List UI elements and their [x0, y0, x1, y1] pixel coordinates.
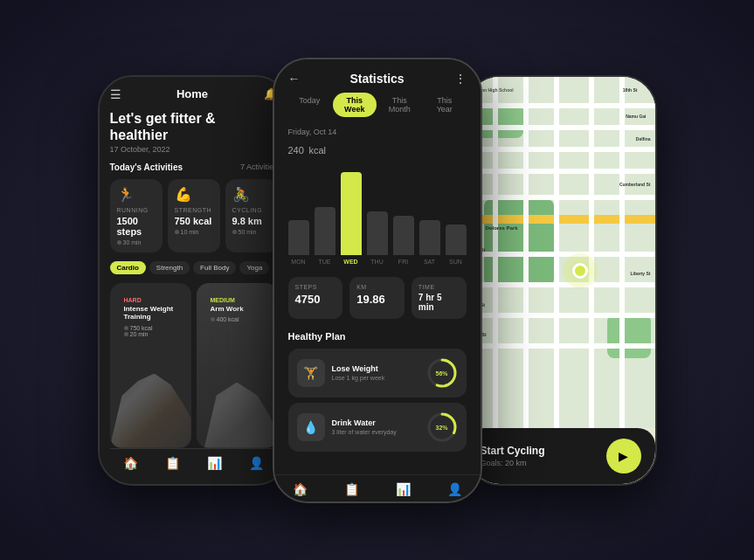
workout-cards: HARD Intense Weight Training 750 kcal 20… — [110, 283, 278, 448]
stats-title: Statistics — [349, 72, 404, 86]
plan-sub-water: 3 liter of water everyday — [332, 429, 419, 435]
tab-today[interactable]: Today — [288, 93, 332, 117]
metric-steps: STEPS 4750 — [288, 277, 343, 319]
activities-grid: 🏃 RUNNING 1500 steps 30 min 💪 STRENGTH 7… — [110, 179, 278, 252]
bar-chart: MON TUE WED THU — [288, 169, 467, 265]
tab-this-month[interactable]: This Month — [378, 93, 422, 117]
strength-kcal: 750 kcal — [175, 216, 213, 226]
left-nav: 🏠 📋 📊 👤 — [110, 448, 278, 474]
lower-park — [607, 315, 651, 358]
strength-icon: 💪 — [175, 186, 213, 203]
road-v2 — [523, 77, 529, 428]
difficulty-medium: MEDIUM — [211, 297, 264, 303]
tab-strength[interactable]: Strength — [149, 261, 190, 274]
strength-time: 10 min — [175, 229, 213, 235]
app-scene: ☰ Home 🔔 Let's get fitter & healthier 17… — [0, 0, 754, 560]
nav-home[interactable]: 🏠 — [123, 456, 138, 470]
progress-text-water: 32% — [435, 424, 447, 430]
center-nav-home[interactable]: 🏠 — [293, 482, 308, 496]
nav-workouts[interactable]: 📋 — [165, 456, 180, 470]
progress-text-weight: 56% — [435, 370, 447, 376]
center-nav-profile[interactable]: 👤 — [447, 482, 462, 496]
activity-running: 🏃 RUNNING 1500 steps 30 min — [110, 179, 163, 252]
road-v4 — [589, 77, 594, 428]
filter-tabs: Cardio Strength Full Body Yoga Me — [110, 261, 278, 274]
menu-icon[interactable]: ☰ — [110, 87, 121, 101]
road-v3 — [554, 77, 559, 428]
bar-fri: FRI — [393, 169, 414, 265]
metric-time: TIME 7 hr 5 min — [412, 277, 467, 319]
running-type: RUNNING — [117, 207, 156, 213]
center-nav-stats[interactable]: 📊 — [396, 482, 411, 496]
road-v1 — [493, 77, 498, 428]
running-icon: 🏃 — [117, 186, 156, 203]
activity-strength: 💪 STRENGTH 750 kcal 10 min — [168, 179, 220, 252]
cycling-km: 9.8 km — [232, 216, 271, 226]
chart-date: Friday, Oct 14 — [288, 128, 467, 136]
nav-profile[interactable]: 👤 — [249, 456, 264, 470]
plan-cards: 🏋️ Lose Weight Lose 1 kg per week 56% — [288, 349, 467, 452]
more-options-button[interactable]: ⋮ — [454, 72, 467, 86]
stats-metrics: STEPS 4750 KM 19.86 TIME 7 hr 5 min — [288, 277, 467, 319]
tab-cardio[interactable]: Cardio — [110, 261, 146, 274]
bar-wed: WED — [341, 169, 362, 265]
plan-name-water: Drink Water — [332, 418, 419, 427]
label-18th: 18th St — [623, 87, 638, 93]
strength-type: STRENGTH — [175, 207, 213, 213]
phone-left: ☰ Home 🔔 Let's get fitter & healthier 17… — [98, 75, 290, 486]
bar-sun: SUN — [446, 169, 467, 265]
tab-fullbody[interactable]: Full Body — [193, 261, 236, 274]
map-background: Mission High School 18th St Namu Gai Del… — [467, 77, 655, 428]
plan-sub-weight: Lose 1 kg per week — [332, 375, 419, 381]
workout-name-arm: Arm Work — [211, 305, 264, 314]
plan-progress-weight: 56% — [426, 357, 458, 389]
play-button[interactable]: ▶ — [606, 439, 641, 474]
cycling-type: CYCLING — [232, 207, 271, 213]
bar-sat: SAT — [419, 169, 440, 265]
hero-date: 17 October, 2022 — [110, 145, 278, 154]
home-title: Home — [176, 87, 208, 100]
metric-km: KM 19.86 — [349, 277, 405, 319]
bar-thu: THU — [367, 169, 388, 265]
chart-value: 240 kcal — [288, 138, 467, 158]
back-button[interactable]: ← — [288, 72, 301, 86]
phone-center: ← Statistics ⋮ Today This Week This Mont… — [273, 58, 482, 503]
running-steps: 1500 steps — [117, 216, 156, 237]
workout-time: 20 min — [124, 331, 149, 337]
arm-kcal: 400 kcal — [211, 316, 239, 322]
cycling-label: Start Cycling — [481, 445, 545, 457]
drink-water-icon: 💧 — [297, 413, 325, 441]
nav-stats[interactable]: 📊 — [207, 456, 222, 470]
tab-this-year[interactable]: This Year — [423, 93, 467, 117]
center-nav-workouts[interactable]: 📋 — [344, 482, 359, 496]
time-value: 7 hr 5 min — [419, 293, 460, 312]
period-tabs: Today This Week This Month This Year — [274, 93, 481, 117]
label-liberty: Liberty St — [630, 271, 650, 276]
plan-drink-water: 💧 Drink Water 3 liter of water everyday … — [288, 403, 467, 452]
activities-label: Today's Activities — [110, 162, 183, 172]
map-area[interactable]: Mission High School 18th St Namu Gai Del… — [467, 77, 655, 428]
center-nav: 🏠 📋 📊 👤 — [274, 474, 481, 501]
tab-yoga[interactable]: Yoga — [239, 261, 269, 274]
label-delfina: Delfina — [636, 136, 651, 142]
steps-value: 4750 — [295, 293, 336, 306]
label-namu: Namu Gai — [626, 114, 646, 119]
tab-this-week[interactable]: This Week — [333, 93, 377, 117]
workout-arm[interactable]: MEDIUM Arm Work 400 kcal — [197, 283, 278, 448]
cycling-panel: Start Cycling Goals: 20 km ▶ — [467, 428, 655, 484]
bar-mon: MON — [288, 169, 309, 265]
workout-kcal: 750 kcal — [124, 325, 153, 331]
cycling-icon: 🚴 — [232, 186, 271, 203]
phone-right: Mission High School 18th St Namu Gai Del… — [465, 75, 657, 486]
road-v5 — [619, 77, 625, 428]
plan-lose-weight: 🏋️ Lose Weight Lose 1 kg per week 56% — [288, 349, 467, 398]
cycling-time: 50 min — [232, 229, 271, 235]
activity-cycling: 🚴 CYCLING 9.8 km 50 min — [225, 179, 278, 252]
label-cumberland: Cumberland St — [619, 182, 651, 187]
hero-title: Let's get fitter & healthier — [110, 110, 278, 143]
cycling-goals: Goals: 20 km — [481, 459, 545, 467]
running-time: 30 min — [117, 239, 156, 245]
workout-name-weight: Intense Weight Training — [124, 305, 177, 321]
km-value: 19.86 — [356, 293, 398, 306]
workout-weight-training[interactable]: HARD Intense Weight Training 750 kcal 20… — [110, 283, 191, 448]
